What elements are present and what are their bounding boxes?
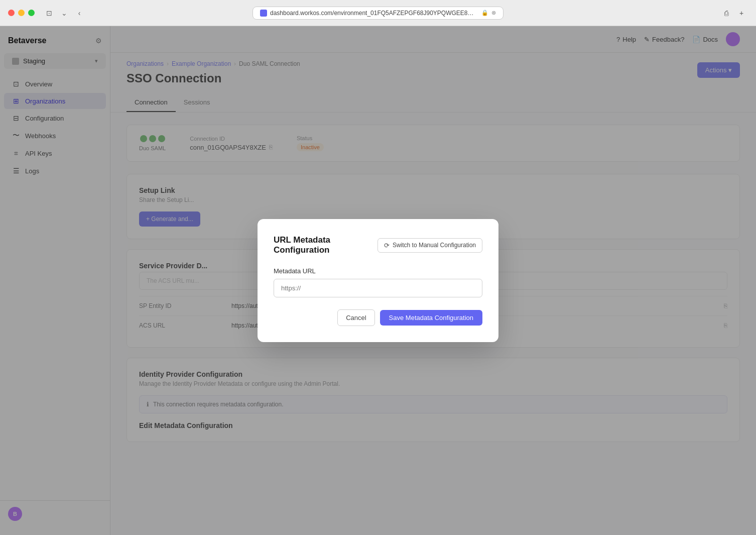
close-icon[interactable] xyxy=(8,10,15,16)
cancel-button[interactable]: Cancel xyxy=(337,309,374,326)
modal-overlay: URL Metadata Configuration ⟳ Switch to M… xyxy=(110,26,756,535)
modal-title: URL Metadata Configuration xyxy=(274,235,377,255)
maximize-icon[interactable] xyxy=(28,10,35,16)
switch-to-manual-button[interactable]: ⟳ Switch to Manual Configuration xyxy=(377,238,482,253)
modal-dialog: URL Metadata Configuration ⟳ Switch to M… xyxy=(258,219,498,342)
tab-options-icon[interactable]: ⊗ xyxy=(491,10,496,16)
switch-button-label: Switch to Manual Configuration xyxy=(393,242,476,249)
sidebar-toggle-icon[interactable]: ⊡ xyxy=(45,9,54,18)
title-bar-right: ⎙ + xyxy=(722,9,746,18)
favicon-icon xyxy=(260,10,267,17)
main-content: ? Help ✎ Feedback? 📄 Docs xyxy=(110,26,756,535)
app-layout: Betaverse ⚙ Staging ▾ ⊡ Overview ⊞ Organ… xyxy=(0,26,756,535)
app-container: ⊡ ⌄ ‹ dashboard.workos.com/environment_0… xyxy=(0,0,756,535)
traffic-lights xyxy=(8,10,35,16)
new-tab-icon[interactable]: + xyxy=(737,9,746,18)
address-text: dashboard.workos.com/environment_01FQ5AF… xyxy=(270,10,478,17)
title-bar: ⊡ ⌄ ‹ dashboard.workos.com/environment_0… xyxy=(0,0,756,26)
switch-icon: ⟳ xyxy=(384,242,390,249)
lock-icon: 🔒 xyxy=(481,10,488,16)
modal-header: URL Metadata Configuration ⟳ Switch to M… xyxy=(274,235,482,255)
metadata-url-label: Metadata URL xyxy=(274,267,482,275)
chevron-down-icon[interactable]: ⌄ xyxy=(60,9,69,18)
back-icon[interactable]: ‹ xyxy=(75,9,84,18)
metadata-url-input[interactable] xyxy=(274,279,482,297)
window-controls: ⊡ ⌄ ‹ xyxy=(45,9,84,18)
save-metadata-button[interactable]: Save Metadata Configuration xyxy=(380,310,482,326)
minimize-icon[interactable] xyxy=(18,10,25,16)
modal-actions: Cancel Save Metadata Configuration xyxy=(274,309,482,326)
share-icon[interactable]: ⎙ xyxy=(722,9,731,18)
address-bar[interactable]: dashboard.workos.com/environment_01FQ5AF… xyxy=(253,7,503,20)
